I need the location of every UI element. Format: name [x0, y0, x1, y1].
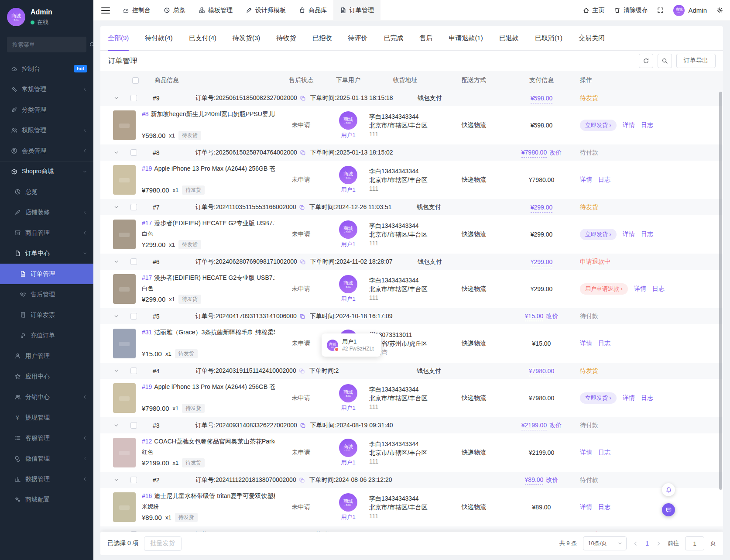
detail-link[interactable]: 详情: [634, 285, 646, 293]
copy-icon[interactable]: [299, 313, 305, 320]
log-link[interactable]: 日志: [598, 176, 610, 184]
buyer-name-link[interactable]: 用户1: [341, 131, 355, 139]
user-menu[interactable]: 商城 B2C Admin: [673, 5, 707, 16]
copy-icon[interactable]: [300, 150, 306, 156]
copy-icon[interactable]: [299, 368, 305, 374]
sidebar-item-8[interactable]: 店铺装修: [0, 202, 93, 223]
sidebar-item-9[interactable]: 商品管理: [0, 223, 93, 243]
sidebar-item-22[interactable]: 商城配置: [0, 489, 93, 510]
row-checkbox[interactable]: [130, 149, 137, 156]
sidebar-item-4[interactable]: 权限管理: [0, 120, 93, 141]
row-checkbox[interactable]: [130, 477, 137, 483]
detail-link[interactable]: 详情: [623, 394, 635, 402]
copy-icon[interactable]: [299, 204, 305, 210]
buyer-avatar[interactable]: 商城· B2C ·: [339, 493, 357, 512]
buyer-name-link[interactable]: 用户1: [341, 240, 355, 248]
nav-tab-4[interactable]: 设计师模板: [239, 0, 292, 21]
status-tab-13[interactable]: 交易关闭: [579, 26, 605, 51]
chat-button[interactable]: [662, 503, 675, 516]
sidebar-item-19[interactable]: 客服管理: [0, 428, 93, 448]
row-checkbox[interactable]: [130, 368, 137, 374]
log-link[interactable]: 日志: [641, 121, 653, 129]
ship-now-button[interactable]: 立即发货 ›: [580, 392, 617, 404]
log-link[interactable]: 日志: [598, 449, 610, 457]
buyer-avatar[interactable]: 商城· B2C ·: [339, 275, 357, 293]
buyer-name-link[interactable]: 用户1: [341, 513, 355, 521]
sidebar-item-11[interactable]: 订单管理: [0, 264, 93, 284]
refresh-button[interactable]: [639, 54, 653, 68]
log-link[interactable]: 日志: [641, 394, 653, 402]
sidebar-item-20[interactable]: 微信管理: [0, 448, 93, 469]
expand-row-icon[interactable]: [107, 423, 125, 428]
scrollbar-thumb[interactable]: [719, 92, 722, 490]
edit-price-link[interactable]: 改价: [549, 149, 562, 156]
settings-gear-icon[interactable]: [716, 7, 723, 14]
next-page-icon[interactable]: [656, 541, 661, 546]
detail-link[interactable]: 详情: [580, 449, 592, 457]
current-page[interactable]: 1: [644, 540, 650, 547]
log-link[interactable]: 日志: [598, 340, 610, 347]
notification-bell-button[interactable]: [662, 483, 675, 496]
sidebar-item-14[interactable]: 充值订单: [0, 325, 93, 346]
order-amount[interactable]: ¥7980.00: [529, 368, 554, 376]
order-amount[interactable]: ¥15.00: [525, 313, 544, 321]
expand-row-icon[interactable]: [107, 150, 125, 155]
row-checkbox[interactable]: [130, 258, 137, 265]
copy-icon[interactable]: [300, 259, 306, 265]
expand-row-icon[interactable]: [107, 259, 125, 265]
order-amount[interactable]: ¥7980.00: [521, 149, 547, 158]
buyer-avatar[interactable]: 商城· B2C ·: [339, 111, 357, 130]
sidebar-item-5[interactable]: 会员管理: [0, 141, 93, 161]
detail-link[interactable]: 详情: [580, 340, 592, 347]
sidebar-item-15[interactable]: 用户管理: [0, 346, 93, 366]
sidebar-item-18[interactable]: ¥提现管理: [0, 407, 93, 428]
sidebar-item-6[interactable]: Shopro商城: [0, 161, 93, 182]
edit-price-link[interactable]: 改价: [549, 422, 562, 429]
nav-tab-5[interactable]: 商品库: [292, 0, 333, 21]
edit-price-link[interactable]: 改价: [546, 476, 558, 483]
search-icon[interactable]: [89, 41, 93, 48]
hamburger-icon[interactable]: [101, 7, 110, 14]
sidebar-item-2[interactable]: 常规管理: [0, 79, 93, 100]
log-link[interactable]: 日志: [641, 230, 653, 238]
product-id-link[interactable]: #8: [142, 110, 149, 117]
product-id-link[interactable]: #16: [142, 492, 152, 499]
log-link[interactable]: 日志: [652, 285, 665, 293]
nav-tab-2[interactable]: 总览: [157, 0, 192, 21]
expand-row-icon[interactable]: [107, 477, 125, 483]
expand-row-icon[interactable]: [107, 204, 125, 210]
sidebar-item-13[interactable]: 订单发票: [0, 305, 93, 325]
buyer-avatar[interactable]: 商城· B2C ·: [339, 384, 357, 402]
refund-request-button[interactable]: 用户申请退款 ›: [580, 283, 628, 295]
row-checkbox[interactable]: [130, 313, 137, 320]
order-amount[interactable]: ¥299.00: [531, 204, 553, 213]
order-amount[interactable]: ¥299.00: [531, 258, 553, 267]
clear-cache-link[interactable]: 清除缓存: [614, 7, 648, 14]
search-button[interactable]: [658, 54, 672, 68]
detail-link[interactable]: 详情: [623, 230, 635, 238]
batch-ship-button[interactable]: 批量发货: [144, 536, 182, 551]
copy-icon[interactable]: [299, 477, 305, 483]
product-id-link[interactable]: #19: [142, 383, 152, 390]
nav-tab-6[interactable]: 订单管理: [333, 0, 380, 21]
order-amount[interactable]: ¥89.00: [525, 476, 544, 485]
status-tab-4[interactable]: 待发货(3): [233, 26, 260, 51]
buyer-name-link[interactable]: 用户1: [341, 186, 355, 194]
copy-icon[interactable]: [300, 95, 306, 101]
product-id-link[interactable]: #17: [142, 274, 152, 281]
product-id-link[interactable]: #12: [142, 438, 152, 445]
nav-tab-3[interactable]: 模板管理: [192, 0, 239, 21]
sidebar-item-1[interactable]: 控制台hot: [0, 58, 93, 79]
ship-now-button[interactable]: 立即发货 ›: [580, 120, 617, 131]
order-amount[interactable]: ¥598.00: [531, 95, 553, 103]
product-id-link[interactable]: #17: [142, 220, 152, 227]
select-all-checkbox[interactable]: [132, 77, 139, 84]
row-checkbox[interactable]: [130, 95, 137, 101]
status-tab-7[interactable]: 待评价: [348, 26, 367, 51]
sidebar-item-3[interactable]: 分类管理: [0, 100, 93, 120]
copy-icon[interactable]: [300, 423, 306, 429]
nav-tab-1[interactable]: 控制台: [116, 0, 157, 21]
buyer-avatar[interactable]: 商城· B2C ·: [339, 439, 357, 457]
sidebar-item-12[interactable]: 售后管理: [0, 284, 93, 305]
product-id-link[interactable]: #19: [142, 165, 152, 172]
